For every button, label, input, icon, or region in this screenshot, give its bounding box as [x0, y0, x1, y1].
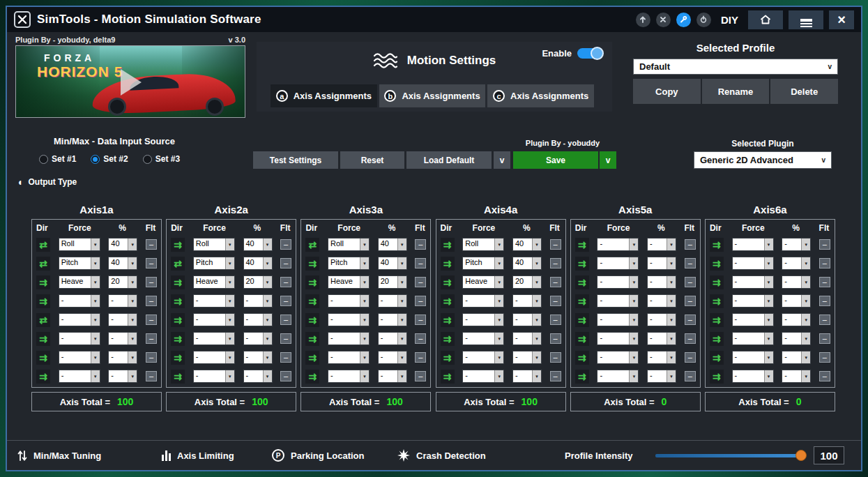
- filter-button[interactable]: –: [146, 277, 157, 287]
- force-select[interactable]: - ▼: [732, 332, 774, 345]
- percent-select[interactable]: - ▼: [647, 351, 676, 364]
- percent-select[interactable]: - ▼: [647, 313, 676, 326]
- output-type-button[interactable]: ◐ Output Type: [18, 177, 77, 187]
- filter-button[interactable]: –: [550, 296, 561, 306]
- percent-select[interactable]: 20 ▼: [243, 275, 273, 289]
- force-select[interactable]: - ▼: [193, 313, 235, 326]
- filter-button[interactable]: –: [415, 315, 426, 325]
- direction-icon[interactable]: ⇉: [171, 332, 185, 346]
- force-select[interactable]: - ▼: [732, 257, 774, 270]
- filter-button[interactable]: –: [819, 239, 830, 250]
- test-settings-button[interactable]: Test Settings: [253, 151, 338, 169]
- filter-button[interactable]: –: [146, 239, 157, 250]
- close-button[interactable]: ×: [829, 10, 854, 29]
- direction-icon[interactable]: ⇉: [441, 238, 455, 252]
- tab-axis-assignments-c[interactable]: c Axis Assignments: [487, 84, 594, 107]
- force-select[interactable]: - ▼: [462, 332, 504, 345]
- percent-select[interactable]: 40 ▼: [378, 238, 407, 251]
- filter-button[interactable]: –: [280, 296, 291, 306]
- percent-select[interactable]: 40 ▼: [108, 257, 137, 270]
- filter-button[interactable]: –: [550, 277, 561, 287]
- force-select[interactable]: Pitch ▼: [59, 257, 100, 270]
- force-select[interactable]: - ▼: [732, 238, 774, 251]
- percent-select[interactable]: - ▼: [243, 370, 273, 383]
- direction-icon[interactable]: ⇉: [575, 370, 589, 384]
- direction-icon[interactable]: ⇉: [305, 294, 319, 308]
- force-select[interactable]: Heave ▼: [462, 275, 504, 289]
- percent-select[interactable]: - ▼: [647, 238, 676, 251]
- filter-button[interactable]: –: [819, 333, 830, 344]
- filter-button[interactable]: –: [685, 352, 696, 363]
- percent-select[interactable]: - ▼: [647, 294, 676, 308]
- minmax-tuning-button[interactable]: Min/Max Tuning: [17, 441, 101, 470]
- percent-select[interactable]: - ▼: [782, 294, 811, 308]
- direction-icon[interactable]: ⇄: [305, 238, 319, 252]
- direction-icon[interactable]: ⇉: [575, 294, 589, 308]
- direction-icon[interactable]: ⇉: [305, 370, 319, 384]
- save-dropdown-button[interactable]: v: [600, 151, 616, 169]
- radio-set-1[interactable]: Set #1: [39, 154, 76, 164]
- direction-icon[interactable]: ⇉: [305, 351, 319, 365]
- force-select[interactable]: Heave ▼: [328, 275, 370, 289]
- filter-button[interactable]: –: [685, 371, 696, 381]
- filter-button[interactable]: –: [415, 239, 426, 250]
- percent-select[interactable]: 40 ▼: [243, 257, 273, 270]
- force-select[interactable]: - ▼: [597, 257, 639, 270]
- direction-icon[interactable]: ⇉: [36, 370, 50, 384]
- force-select[interactable]: - ▼: [597, 332, 639, 345]
- percent-select[interactable]: - ▼: [647, 275, 676, 289]
- load-default-dropdown-button[interactable]: v: [494, 151, 510, 169]
- direction-icon[interactable]: ⇉: [575, 351, 589, 365]
- filter-button[interactable]: –: [685, 239, 696, 250]
- direction-icon[interactable]: ⇉: [441, 351, 455, 365]
- filter-button[interactable]: –: [819, 315, 830, 325]
- percent-select[interactable]: - ▼: [647, 332, 676, 345]
- force-select[interactable]: - ▼: [462, 294, 504, 308]
- force-select[interactable]: - ▼: [597, 351, 639, 364]
- percent-select[interactable]: - ▼: [512, 332, 542, 345]
- filter-button[interactable]: –: [146, 296, 157, 306]
- filter-button[interactable]: –: [550, 258, 561, 268]
- slider-track[interactable]: [655, 454, 805, 457]
- play-icon[interactable]: [121, 69, 142, 96]
- percent-select[interactable]: - ▼: [782, 351, 811, 364]
- direction-icon[interactable]: ⇉: [575, 313, 589, 327]
- percent-select[interactable]: - ▼: [108, 332, 137, 345]
- filter-button[interactable]: –: [146, 315, 157, 325]
- direction-icon[interactable]: ⇉: [441, 294, 455, 308]
- direction-icon[interactable]: ⇉: [710, 238, 724, 252]
- save-button[interactable]: Save: [513, 151, 598, 169]
- percent-select[interactable]: - ▼: [243, 351, 273, 364]
- filter-button[interactable]: –: [415, 371, 426, 381]
- percent-select[interactable]: 40 ▼: [243, 238, 273, 251]
- force-select[interactable]: - ▼: [732, 370, 774, 383]
- direction-icon[interactable]: ⇉: [171, 238, 185, 252]
- force-select[interactable]: - ▼: [732, 294, 774, 308]
- force-select[interactable]: - ▼: [462, 351, 504, 364]
- force-select[interactable]: - ▼: [59, 294, 100, 308]
- filter-button[interactable]: –: [550, 315, 561, 325]
- force-select[interactable]: Pitch ▼: [462, 257, 504, 270]
- filter-button[interactable]: –: [280, 371, 291, 381]
- direction-icon[interactable]: ⇄: [171, 257, 185, 271]
- direction-icon[interactable]: ⇉: [171, 370, 185, 384]
- direction-icon[interactable]: ⇉: [441, 257, 455, 271]
- direction-icon[interactable]: ⇉: [36, 332, 50, 346]
- force-select[interactable]: - ▼: [597, 238, 639, 251]
- direction-icon[interactable]: ⇉: [575, 238, 589, 252]
- force-select[interactable]: Roll ▼: [193, 238, 235, 251]
- close-plugin-icon[interactable]: [656, 13, 671, 27]
- direction-icon[interactable]: ⇉: [36, 294, 50, 308]
- filter-button[interactable]: –: [415, 277, 426, 287]
- force-select[interactable]: - ▼: [328, 294, 370, 308]
- filter-button[interactable]: –: [550, 239, 561, 250]
- percent-select[interactable]: - ▼: [243, 294, 273, 308]
- filter-button[interactable]: –: [819, 296, 830, 306]
- percent-select[interactable]: - ▼: [108, 370, 137, 383]
- percent-select[interactable]: - ▼: [647, 370, 676, 383]
- force-select[interactable]: - ▼: [193, 294, 235, 308]
- direction-icon[interactable]: ⇉: [575, 257, 589, 271]
- copy-button[interactable]: Copy: [633, 79, 701, 104]
- filter-button[interactable]: –: [819, 352, 830, 363]
- filter-button[interactable]: –: [819, 371, 830, 381]
